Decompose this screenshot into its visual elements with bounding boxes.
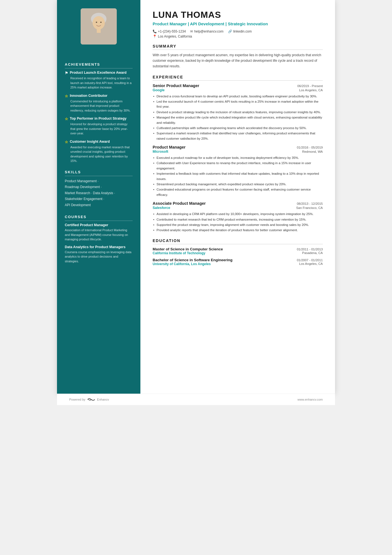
email-icon: ✉ [190,29,193,33]
experience-item: Product Manager 01/2016 - 05/2019 Micros… [153,145,323,197]
skill-item: Roadmap Development · [65,184,133,190]
bullet-item: Coordinated educational programs on prod… [153,187,323,197]
skills-title: SKILLS [65,170,133,176]
flag-icon: ⚑ [65,71,68,75]
bullet-item: Managed the entire product life cycle wh… [153,115,323,125]
edu-location: Los Angeles, CA [299,262,323,266]
course-desc: Coursera course emphasizing on leveragin… [65,250,133,264]
achievement-item: ☆ Customer Insight Award Awarded for exe… [65,140,133,163]
education-list: Master of Science in Computer Science 01… [153,247,323,266]
enhancv-logo-icon [87,397,95,402]
phone-text: +1-(234)-555-1234 [158,29,186,33]
achievement-item: ☆ Top Performer in Product Strategy Hono… [65,117,133,136]
exp-date: 01/2016 - 05/2019 [297,146,323,149]
footer-website: www.enhancv.com [297,398,323,401]
course-desc: Association of International Product Mar… [65,228,133,242]
email-text: help@enhancv.com [194,29,223,33]
bullet-item: Assisted in developing a CRM API platfor… [153,211,323,216]
exp-location: Redmond, WA [302,150,323,153]
svg-point-5 [96,22,97,23]
courses-list: Certified Product Manager Association of… [65,223,133,263]
svg-point-2 [93,16,105,29]
skill-item: Market Research · Data Analysis · [65,190,133,196]
achievement-item: ⚑ Product Launch Excellence Award Receiv… [65,71,133,90]
achievement-desc: Awarded for executing market research th… [65,145,133,163]
bullet-item: Supported the product strategy team, imp… [153,222,323,227]
main-content: LUNA THOMAS Product Manager | API Develo… [140,0,335,394]
svg-point-6 [100,22,102,23]
email-contact: ✉ help@enhancv.com [190,29,223,33]
courses-title: COURSES [65,215,133,221]
bullet-item: Streamlined product backlog management, … [153,182,323,187]
exp-bullets: Directed a cross-functional team to deve… [153,94,323,141]
person-name: LUNA THOMAS [153,10,323,20]
sidebar-content: ACHIEVEMENTS ⚑ Product Launch Excellence… [57,50,140,267]
sidebar: ACHIEVEMENTS ⚑ Product Launch Excellence… [57,0,140,394]
exp-date: 08/2013 - 12/2015 [297,202,323,205]
svg-rect-4 [97,28,101,33]
linkedin-contact: 🔗 linkedin.com [228,29,252,33]
exp-company: Microsoft [153,150,168,154]
bullet-item: Led the successful launch of 4 customer-… [153,99,323,109]
achievement-desc: Honored for developing a product strateg… [65,122,133,136]
location-contact: 📍 Los Angeles, California [153,34,323,38]
star-icon: ☆ [65,140,68,144]
achievement-desc: Received in recognition of leading a tea… [65,76,133,90]
achievement-desc: Commended for introducing a platform enh… [65,99,133,113]
course-title: Data Analytics for Product Managers [65,245,133,249]
skill-item: API Development [65,202,133,208]
course-item: Certified Product Manager Association of… [65,223,133,242]
experience-item: Associate Product Manager 08/2013 - 12/2… [153,201,323,233]
experience-item: Senior Product Manager 06/2019 - Present… [153,83,323,141]
contact-row: 📞 +1-(234)-555-1234 ✉ help@enhancv.com 🔗… [153,29,323,33]
linkedin-text: linkedin.com [233,29,252,33]
education-title: EDUCATION [153,238,323,244]
bullet-item: Directed a cross-functional team to deve… [153,94,323,99]
edu-location: Pasadena, CA [302,251,323,255]
skills-list: Product Management ·Roadmap Development … [65,178,133,208]
bullet-item: Provided analytic reports that shaped th… [153,228,323,233]
phone-contact: 📞 +1-(234)-555-1234 [153,29,186,33]
star-icon: ☆ [65,117,68,121]
exp-bullets: Assisted in developing a CRM API platfor… [153,211,323,233]
summary-title: SUMMARY [153,44,323,50]
bullet-item: Implemented a feedback loop with custome… [153,171,323,181]
edu-date: 01/2007 - 01/2011 [297,258,323,262]
bullet-item: Executed a product roadmap for a suite o… [153,155,323,160]
achievement-title-text: Innovation Contributor [70,94,107,98]
person-tagline: Product Manager | API Development | Stra… [153,21,323,27]
bullet-item: Cultivated partnerships with software en… [153,125,323,130]
bullet-item: Collaborated with User Experience teams … [153,161,323,171]
summary-text: With over 5 years of product management … [153,53,323,69]
brand-name: Enhancv [97,398,109,401]
star-icon: ☆ [65,94,68,98]
experience-title: EXPERIENCE [153,75,323,81]
bullet-item: Devised a product strategy leading to th… [153,110,323,115]
skill-item: Product Management · [65,178,133,184]
edu-degree: Bachelor of Science in Software Engineer… [153,258,232,262]
achievements-list: ⚑ Product Launch Excellence Award Receiv… [65,71,133,163]
phone-icon: 📞 [153,29,157,33]
exp-role: Senior Product Manager [153,83,199,88]
experience-list: Senior Product Manager 06/2019 - Present… [153,83,323,233]
avatar [81,8,117,45]
exp-bullets: Executed a product roadmap for a suite o… [153,155,323,197]
photo-area [57,0,140,50]
bullet-item: Contributed to market research that led … [153,217,323,222]
location-text: Los Angeles, California [158,34,192,38]
course-title: Certified Product Manager [65,223,133,227]
exp-role: Product Manager [153,145,185,149]
exp-location: Los Angeles, CA [299,88,323,92]
achievement-title-text: Product Launch Excellence Award [70,71,126,75]
edu-school: University of California, Los Angeles [153,262,211,266]
edu-degree: Master of Science in Computer Science [153,247,223,251]
course-item: Data Analytics for Product Managers Cour… [65,245,133,264]
achievement-title-text: Top Performer in Product Strategy [70,117,126,120]
skill-item: Stakeholder Engagement · [65,196,133,202]
education-item: Master of Science in Computer Science 01… [153,247,323,255]
exp-company: Google [153,88,165,92]
exp-company: Salesforce [153,206,170,210]
footer-left: Powered by Enhancv [69,397,109,402]
location-icon: 📍 [153,34,157,38]
achievement-item: ☆ Innovation Contributor Commended for i… [65,94,133,113]
